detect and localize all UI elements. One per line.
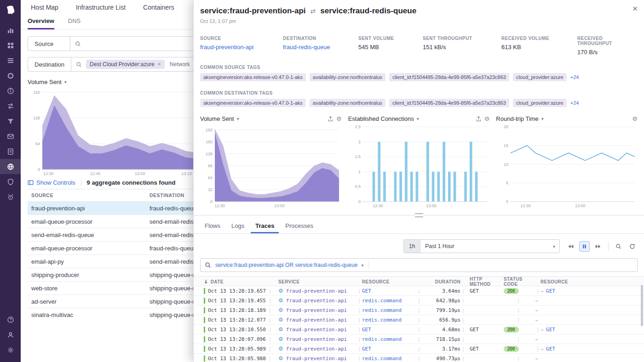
trace-search-bar[interactable]: service:fraud-prevention-api OR service:… [200, 258, 638, 272]
rum-icon[interactable] [0, 129, 21, 144]
time-shortcut[interactable]: 1h [404, 240, 420, 253]
fast-forward-button[interactable] [593, 241, 604, 252]
svg-text:2: 2 [358, 140, 361, 144]
sub-tab[interactable]: DNS [68, 17, 80, 29]
connection-source: send-email-redis-queue [28, 232, 146, 238]
apm-icon[interactable] [0, 68, 21, 83]
help-icon[interactable] [0, 312, 21, 327]
scrollbar-thumb[interactable] [641, 285, 643, 326]
refresh-button[interactable] [627, 241, 638, 252]
more-tags-link[interactable]: +24 [570, 74, 579, 80]
resource-column-header[interactable]: RESOURCE [362, 279, 416, 284]
trace-row[interactable]: Oct 13 13:28:05.989 | ⚙fraud-prevention-… [194, 344, 644, 354]
panel-tab[interactable]: Logs [227, 220, 249, 233]
host-map-icon[interactable] [0, 38, 21, 53]
tag[interactable]: aksengineversion:aks-release-v0.47.0-1-a… [200, 99, 306, 107]
nav-tab[interactable]: Infrastructure List [76, 4, 126, 11]
trace-status-code: 200 [502, 346, 535, 352]
svg-text:12:30: 12:30 [373, 204, 383, 208]
gear-icon[interactable]: ⚙ [336, 116, 342, 122]
zoom-search-button[interactable] [613, 241, 624, 252]
chart-title[interactable]: Round-trip Time [496, 115, 538, 122]
tag[interactable]: client_id:f1504495-28da-4e99-85f6-a5e37a… [389, 99, 509, 107]
remove-tag-icon[interactable]: × [158, 61, 161, 68]
panel-tab[interactable]: Processes [281, 220, 318, 233]
service-column-header[interactable]: SERVICE [273, 279, 356, 284]
trace-search-input[interactable] [368, 261, 633, 269]
datadog-logo[interactable] [4, 3, 17, 17]
filter-token-partial[interactable]: Network [170, 61, 190, 68]
export-icon[interactable] [476, 116, 482, 122]
trace-date: Oct 13 13:28:19.657 [200, 288, 267, 294]
service-gear-icon: ⚙ [278, 326, 283, 333]
column-separator: | [502, 317, 535, 322]
nav-tab[interactable]: Host Map [31, 4, 58, 11]
column-separator: | [416, 356, 422, 361]
security-icon[interactable] [0, 174, 21, 189]
close-icon[interactable]: × [632, 4, 638, 14]
more-tags-link[interactable]: +24 [570, 100, 579, 106]
trace-row[interactable]: Oct 13 13:28:18.189 | ⚙fraud-prevention-… [194, 305, 644, 315]
trace-status-bar [204, 346, 205, 352]
settings-icon[interactable] [0, 342, 21, 357]
nav-tab[interactable]: Containers [143, 4, 174, 11]
tag[interactable]: cloud_provider:azure [513, 99, 567, 107]
time-range-selector[interactable]: 1h Past 1 Hour ▾ [403, 239, 560, 253]
panel-resize-handle[interactable] [415, 213, 423, 217]
analytics-icon[interactable] [0, 113, 21, 129]
source-filter-label[interactable]: Source [28, 37, 70, 51]
gear-icon[interactable]: ⚙ [632, 116, 638, 122]
metrics-icon[interactable] [0, 23, 21, 38]
trace-search-query[interactable]: service:fraud-prevention-api OR service:… [215, 262, 357, 268]
show-controls-button[interactable]: Show Controls [28, 179, 75, 186]
tag[interactable]: client_id:f1504495-28da-4e99-85f6-a5e37a… [389, 73, 509, 81]
destination-filter-tag[interactable]: Dest Cloud Provider:azure × [86, 60, 165, 69]
integrations-icon[interactable] [0, 98, 21, 113]
rewind-button[interactable] [565, 241, 576, 252]
service-gear-icon: ⚙ [278, 355, 283, 362]
tag[interactable]: cloud_provider:azure [513, 73, 567, 81]
chart-cards: Volume Sent ▾ ⚙ 032649612816019212:3013:… [200, 115, 638, 209]
linked-resource-column-header[interactable]: RESOURCE [540, 279, 644, 284]
status-code-column-header[interactable]: STATUS CODE [502, 277, 535, 287]
trace-row[interactable]: Oct 13 13:28:12.077 | ⚙fraud-prevention-… [194, 315, 644, 325]
source-column-header[interactable]: Source [28, 192, 146, 198]
column-separator: | [460, 356, 466, 361]
synthetics-icon[interactable] [0, 189, 21, 204]
trace-row[interactable]: Oct 13 13:28:10.550 | ⚙fraud-prevention-… [194, 325, 644, 334]
duration-column-header[interactable]: DURATION [422, 279, 460, 284]
account-icon[interactable] [0, 327, 21, 342]
column-separator: | [460, 288, 466, 294]
infrastructure-list-icon[interactable] [0, 53, 21, 68]
tag[interactable]: availability-zone:northcentralus [310, 99, 385, 107]
chart-title[interactable]: Volume Sent [200, 115, 234, 122]
trace-row[interactable]: Oct 13 13:28:05.988 | ⚙fraud-prevention-… [194, 354, 644, 362]
trace-service: ⚙fraud-prevention-api [273, 307, 356, 313]
column-separator: | [267, 317, 273, 322]
date-column-header[interactable]: ↓DATE [200, 279, 267, 285]
tag[interactable]: availability-zone:northcentralus [310, 73, 385, 81]
export-icon[interactable] [328, 116, 334, 122]
trace-row[interactable]: Oct 13 13:28:19.455 | ⚙fraud-prevention-… [194, 296, 644, 305]
destination-filter-label[interactable]: Destination [28, 57, 71, 71]
column-separator: | [267, 346, 273, 351]
trace-table: ↓DATE SERVICE RESOURCE DURATION HTTP MET… [194, 276, 644, 362]
http-method-column-header[interactable]: HTTP METHOD [466, 277, 502, 287]
logs-icon[interactable] [0, 144, 21, 159]
trace-row[interactable]: Oct 13 13:28:07.096 | ⚙fraud-prevention-… [194, 334, 644, 344]
notebook-icon[interactable] [0, 83, 21, 98]
playback-controls [565, 241, 638, 252]
panel-tab[interactable]: Flows [200, 220, 225, 233]
metric-selector[interactable]: Volume Sent ▾ [28, 79, 67, 85]
pause-button[interactable] [579, 241, 590, 252]
svg-text:15: 15 [504, 143, 508, 148]
chart-title[interactable]: Established Connections [348, 115, 414, 122]
column-separator: | [356, 317, 362, 322]
sub-tab[interactable]: Overview [28, 17, 54, 29]
panel-tab[interactable]: Traces [251, 220, 279, 233]
network-icon[interactable] [0, 159, 21, 174]
trace-row[interactable]: Oct 13 13:28:19.657 | ⚙fraud-prevention-… [194, 286, 644, 296]
gear-icon[interactable]: ⚙ [484, 116, 490, 122]
svg-text:12:30: 12:30 [215, 204, 225, 208]
tag[interactable]: aksengineversion:aks-release-v0.47.0-1-a… [200, 73, 306, 81]
